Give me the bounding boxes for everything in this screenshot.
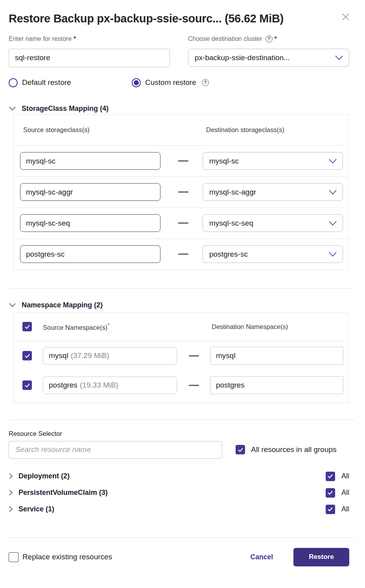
group-all-label: All [341,489,349,497]
all-resources-label: All resources in all groups [251,445,337,454]
all-resources-checkbox[interactable] [236,445,245,454]
source-storageclass-header: Source storageclass(s) [23,126,206,134]
required-asterisk: * [275,35,277,42]
namespace-checkbox[interactable] [22,380,32,390]
resource-group-label: Service (1) [18,505,54,513]
chevron-down-icon [9,106,16,111]
group-all-label: All [341,472,349,480]
group-all-label: All [341,505,349,513]
destination-storageclass-select[interactable]: postgres-sc [203,245,343,263]
group-all-toggle[interactable]: All [326,472,349,481]
group-all-checkbox[interactable] [326,472,335,481]
namespace-table: Source Namespace(s)* Destination Namespa… [13,312,348,403]
source-storageclass-input[interactable] [20,152,160,170]
resource-search-row: All resources in all groups [9,441,349,459]
group-all-toggle[interactable]: All [326,505,349,514]
radio-default-restore[interactable]: Default restore [9,78,132,87]
namespace-section-title: Namespace Mapping (2) [22,301,103,309]
replace-existing-label: Replace existing resources [22,553,112,561]
destination-storageclass-value: postgres-sc [209,250,248,259]
all-resources-toggle[interactable]: All resources in all groups [236,445,337,454]
mapping-dash-icon [178,254,188,255]
dialog-header: Restore Backup px-backup-ssie-sourc... (… [9,10,349,28]
storageclass-section-title: StorageClass Mapping (4) [22,105,109,113]
mapping-dash-icon [178,222,188,224]
storageclass-row: mysql-sc-seq [14,208,348,239]
namespace-row: mysql (37.29 MiB) [14,341,348,371]
namespace-section-toggle[interactable]: Namespace Mapping (2) [9,301,349,309]
source-namespace-box[interactable]: mysql (37.29 MiB) [43,347,177,365]
select-all-namespaces-checkbox[interactable] [22,322,32,331]
source-storageclass-input[interactable] [20,214,160,232]
radio-custom-restore[interactable]: Custom restore ? [132,78,209,87]
destination-cluster-label: Choose destination cluster ?* [188,35,349,42]
chevron-down-icon [328,158,337,164]
check-icon [238,447,243,452]
namespace-row: postgres (19.33 MiB) [14,371,348,400]
source-namespace-header: Source Namespace(s)* [43,322,212,331]
resource-group-pvc[interactable]: PersistentVolumeClaim (3) All [9,485,349,501]
destination-cluster-value: px-backup-ssie-destination... [195,53,290,62]
chevron-right-icon [9,506,13,513]
chevron-down-icon [335,55,343,61]
mapping-dash-icon [189,355,199,356]
mapping-dash-icon [178,160,188,162]
destination-storageclass-value: mysql-sc [209,157,239,165]
close-icon[interactable] [341,12,351,22]
destination-storageclass-select[interactable]: mysql-sc [203,152,343,170]
cancel-button[interactable]: Cancel [251,553,273,561]
destination-storageclass-select[interactable]: mysql-sc-seq [203,214,343,232]
resource-group-list: Deployment (2) All PersistentVolumeClaim… [9,468,349,518]
mapping-dash-icon [189,385,199,386]
destination-cluster-label-text: Choose destination cluster [188,35,262,42]
chevron-down-icon [9,303,16,307]
check-icon [24,324,30,329]
namespace-checkbox[interactable] [22,351,32,360]
resource-search-input[interactable] [9,441,222,459]
divider [9,288,356,288]
source-namespace-header-text: Source Namespace(s) [43,324,107,331]
storageclass-table-header: Source storageclass(s) Destination stora… [14,115,348,145]
replace-existing-toggle[interactable]: Replace existing resources [9,552,112,562]
restore-name-input[interactable] [9,49,170,67]
help-icon[interactable]: ? [202,79,209,86]
group-all-toggle[interactable]: All [326,488,349,498]
destination-cluster-select[interactable]: px-backup-ssie-destination... [188,49,349,67]
radio-custom-label: Custom restore [145,78,196,87]
restore-button[interactable]: Restore [293,548,349,566]
storageclass-section-toggle[interactable]: StorageClass Mapping (4) [9,105,349,113]
restore-name-group: Enter name for restore* [9,35,170,67]
replace-existing-checkbox[interactable] [9,552,18,562]
storageclass-table: Source storageclass(s) Destination stora… [13,114,348,270]
chevron-down-icon [328,220,337,226]
chevron-right-icon [9,489,13,496]
resource-group-service[interactable]: Service (1) All [9,501,349,518]
storageclass-row: mysql-sc [14,145,348,176]
resource-group-deployment[interactable]: Deployment (2) All [9,468,349,485]
source-namespace-box[interactable]: postgres (19.33 MiB) [43,377,177,394]
destination-storageclass-value: mysql-sc-aggr [209,188,256,197]
source-namespace-size: (19.33 MiB) [80,381,118,390]
restore-form: Enter name for restore* Choose destinati… [9,35,349,67]
destination-storageclass-select[interactable]: mysql-sc-aggr [203,183,343,201]
destination-namespace-header: Destination Namespace(s) [212,323,288,331]
page-title: Restore Backup px-backup-ssie-sourc... (… [9,10,349,28]
destination-namespace-input[interactable] [210,376,343,394]
check-icon [24,383,30,388]
check-icon [24,353,30,358]
group-all-checkbox[interactable] [326,488,335,498]
source-storageclass-input[interactable] [20,183,160,201]
chevron-down-icon [328,189,337,195]
source-storageclass-input[interactable] [20,245,160,263]
destination-namespace-input[interactable] [210,347,343,365]
resource-selector-label: Resource Selector [9,430,349,437]
storageclass-row: mysql-sc-aggr [14,176,348,208]
help-icon[interactable]: ? [265,35,273,42]
radio-default-label: Default restore [22,78,71,87]
restore-type-radios: Default restore Custom restore ? [9,78,349,87]
radio-unselected-icon [9,78,18,87]
group-all-checkbox[interactable] [326,505,335,514]
restore-backup-dialog: Restore Backup px-backup-ssie-sourc... (… [0,0,365,566]
required-asterisk: * [74,35,76,42]
dialog-footer: Replace existing resources Cancel Restor… [9,548,349,566]
